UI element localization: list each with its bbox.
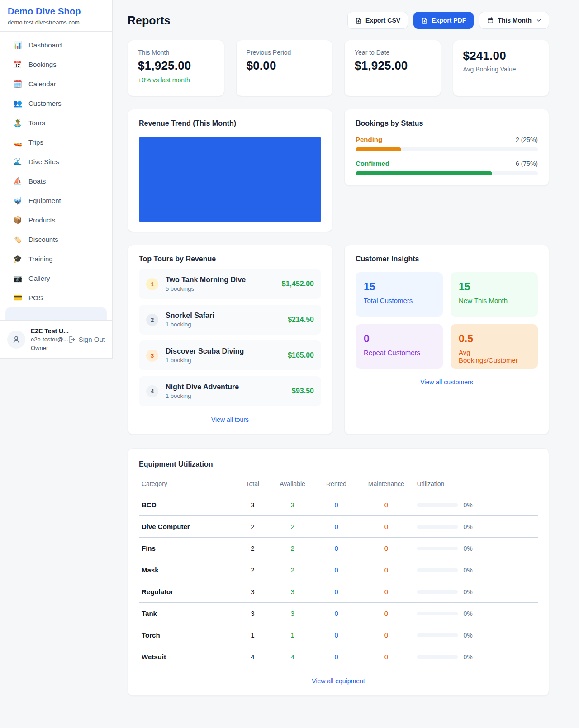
col-utilization: Utilization — [414, 477, 538, 494]
equip-rented: 0 — [314, 559, 358, 581]
sidebar-nav: 📊 Dashboard 📅 Bookings 🗓️ Calendar 👥 Cus… — [0, 32, 112, 358]
equip-rented: 0 — [314, 538, 358, 559]
stat-card-year-to-date: Year to Date $1,925.00 — [344, 40, 441, 96]
tour-bookings: 5 bookings — [166, 285, 275, 292]
utilization-percent: 0% — [464, 610, 473, 617]
sidebar: Demo Dive Shop demo.test.divestreams.com… — [0, 0, 113, 359]
equip-category: Torch — [139, 624, 235, 646]
tour-revenue: $93.50 — [292, 387, 314, 395]
shop-header: Demo Dive Shop demo.test.divestreams.com — [0, 0, 112, 32]
credit-card-icon: 💳 — [13, 293, 22, 302]
tour-row[interactable]: 4 Night Dive Adventure 1 booking $93.50 — [139, 376, 321, 406]
view-all-equipment-link[interactable]: View all equipment — [139, 677, 538, 685]
utilization-bar — [417, 568, 458, 572]
status-bar-track — [356, 147, 538, 151]
rank-badge: 1 — [146, 278, 158, 290]
export-csv-label: Export CSV — [365, 17, 400, 24]
camera-icon: 📷 — [13, 274, 22, 283]
export-csv-button[interactable]: Export CSV — [347, 12, 408, 29]
sign-out-label: Sign Out — [79, 336, 105, 343]
equip-total: 3 — [235, 603, 271, 624]
table-row: Tank 3 3 0 0 0% — [139, 603, 538, 624]
tour-bookings: 1 booking — [166, 321, 280, 328]
bookings-by-status-title: Bookings by Status — [356, 119, 538, 128]
table-row: Wetsuit 4 4 0 0 0% — [139, 646, 538, 668]
tour-row[interactable]: 2 Snorkel Safari 1 booking $214.50 — [139, 305, 321, 335]
utilization-bar — [417, 503, 458, 507]
page-header: Reports Export CSV Export PDF This Month — [128, 12, 549, 29]
status-count: 6 (75%) — [516, 160, 538, 167]
user-footer: E2E Test U... e2e-tester@... Owner Sign … — [0, 320, 112, 358]
table-row: Mask 2 2 0 0 0% — [139, 559, 538, 581]
utilization-bar — [417, 590, 458, 594]
tour-name: Two Tank Morning Dive — [166, 276, 275, 284]
speedboat-icon: 🚤 — [13, 138, 22, 147]
equip-rented: 0 — [314, 624, 358, 646]
stat-value: $241.00 — [463, 49, 539, 63]
user-role: Owner — [31, 344, 62, 353]
equip-maintenance: 0 — [358, 516, 414, 538]
status-row-pending: Pending 2 (25%) — [356, 136, 538, 151]
period-label: This Month — [498, 17, 532, 24]
table-row: BCD 3 3 0 0 0% — [139, 494, 538, 516]
sidebar-item-label: Boats — [28, 177, 46, 185]
sidebar-item-dive-sites[interactable]: 🌊 Dive Sites — [5, 152, 107, 171]
customer-insights-card: Customer Insights 15 Total Customers 15 … — [344, 245, 549, 435]
file-download-icon — [421, 17, 428, 24]
equip-total: 2 — [235, 538, 271, 559]
sidebar-item-label: Dashboard — [28, 41, 62, 49]
stat-label: This Month — [138, 49, 214, 56]
view-all-tours-link[interactable]: View all tours — [139, 416, 321, 423]
equip-maintenance: 0 — [358, 538, 414, 559]
stat-label: Avg Booking Value — [463, 66, 539, 73]
customers-icon: 👥 — [13, 99, 22, 108]
top-tours-title: Top Tours by Revenue — [139, 255, 321, 263]
sidebar-item-gallery[interactable]: 📷 Gallery — [5, 269, 107, 288]
insight-label: Repeat Customers — [364, 349, 435, 356]
sidebar-item-trips[interactable]: 🚤 Trips — [5, 132, 107, 152]
sidebar-item-label: Gallery — [28, 274, 50, 282]
tour-bookings: 1 booking — [166, 357, 280, 364]
sidebar-item-tours[interactable]: 🏝️ Tours — [5, 113, 107, 132]
sidebar-item-bookings[interactable]: 📅 Bookings — [5, 55, 107, 74]
view-all-customers-link[interactable]: View all customers — [356, 378, 538, 386]
equipment-utilization-title: Equipment Utilization — [139, 460, 538, 468]
shop-name: Demo Dive Shop — [8, 6, 104, 17]
rank-badge: 4 — [146, 385, 158, 397]
tour-name: Snorkel Safari — [166, 312, 280, 320]
period-dropdown[interactable]: This Month — [479, 12, 549, 29]
sidebar-item-discounts[interactable]: 🏷️ Discounts — [5, 230, 107, 249]
equip-available: 4 — [271, 646, 314, 668]
insight-value: 0 — [364, 333, 435, 345]
sidebar-item-customers[interactable]: 👥 Customers — [5, 94, 107, 113]
sidebar-item-label: Bookings — [28, 61, 57, 68]
sidebar-item-dashboard[interactable]: 📊 Dashboard — [5, 35, 107, 55]
stat-value: $1,925.00 — [138, 59, 214, 73]
utilization-bar — [417, 633, 458, 637]
equip-total: 1 — [235, 624, 271, 646]
stat-cards: This Month $1,925.00 +0% vs last month P… — [128, 40, 549, 96]
export-pdf-button[interactable]: Export PDF — [413, 12, 474, 29]
sidebar-item-label: Discounts — [28, 236, 58, 243]
table-row: Regulator 3 3 0 0 0% — [139, 581, 538, 603]
sidebar-item-products[interactable]: 📦 Products — [5, 210, 107, 230]
insight-tile-avg-bookings: 0.5 Avg Bookings/Customer — [451, 324, 538, 369]
sidebar-item-equipment[interactable]: 🤿 Equipment — [5, 191, 107, 210]
graduation-cap-icon: 🎓 — [13, 255, 22, 263]
user-meta: E2E Test U... e2e-tester@... Owner — [31, 326, 62, 353]
sidebar-item-calendar[interactable]: 🗓️ Calendar — [5, 74, 107, 94]
sidebar-item-training[interactable]: 🎓 Training — [5, 249, 107, 269]
sidebar-item-boats[interactable]: ⛵ Boats — [5, 171, 107, 191]
table-row: Dive Computer 2 2 0 0 0% — [139, 516, 538, 538]
status-label: Pending — [356, 136, 382, 143]
sidebar-item-pos[interactable]: 💳 POS — [5, 288, 107, 307]
stat-change-note: +0% vs last month — [138, 76, 214, 84]
tour-row[interactable]: 3 Discover Scuba Diving 1 booking $165.0… — [139, 340, 321, 370]
table-row: Fins 2 2 0 0 0% — [139, 538, 538, 559]
dashboard-icon: 📊 — [13, 41, 22, 49]
package-icon: 📦 — [13, 216, 22, 224]
sidebar-item-label: Training — [28, 255, 53, 263]
sign-out-button[interactable]: Sign Out — [67, 336, 105, 344]
wave-icon: 🌊 — [13, 157, 22, 166]
tour-row[interactable]: 1 Two Tank Morning Dive 5 bookings $1,45… — [139, 269, 321, 299]
